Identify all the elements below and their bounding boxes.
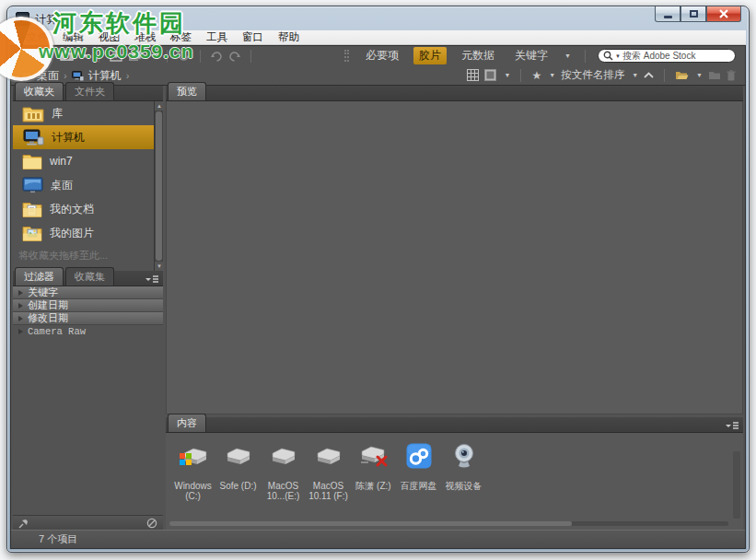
search-input[interactable] [622,51,724,61]
scrollbar-thumb[interactable] [156,111,162,261]
title-bar[interactable]: Br 计算机 [7,6,749,30]
preview-panel: 预览 [166,86,743,414]
tab-collections[interactable]: 收藏集 [65,267,114,286]
tab-preview[interactable]: 预览 [168,82,206,100]
breadcrumb-desktop[interactable]: 桌面 [37,68,59,84]
tab-filter[interactable]: 过滤器 [15,267,64,286]
filter-group-keywords[interactable]: 关键字 [13,286,163,299]
filter-group-date-modified[interactable]: 修改日期 [13,312,163,325]
drive-item-network-z[interactable]: 陈潇 (Z:) [352,440,395,501]
workspace-keywords[interactable]: 关键字 [509,47,553,64]
toolbar-separator [664,69,665,82]
stack-dropdown-arrow[interactable]: ▼ [150,52,157,59]
breadcrumb-separator: › [126,70,130,81]
workspace-grip-handle[interactable] [344,50,349,62]
browse-stack-button[interactable] [128,50,143,62]
close-icon [719,9,728,18]
drive-item-video-device[interactable]: 视频设备 [442,440,485,501]
content-horizontal-scrollbar[interactable] [169,521,728,526]
preview-tabstrip: 预览 [166,86,743,101]
baidu-netdisk-icon [406,443,432,469]
favorites-item-win7[interactable]: win7 [13,149,163,173]
minimize-button[interactable] [655,6,680,22]
breadcrumb-computer[interactable]: 计算机 [88,68,122,84]
computer-crumb-icon [72,71,84,81]
rotate-right-icon[interactable] [228,51,240,62]
open-folder-icon[interactable] [675,70,689,80]
menu-stacks[interactable]: 堆栈 [127,29,163,45]
drive-label: 视频设备 [444,481,484,491]
delete-trash-icon[interactable] [727,70,736,81]
rotate-left-icon[interactable] [211,51,223,62]
panels-area: 收藏夹 文件夹 库 计算机 [11,86,745,530]
search-box: ▼ [598,49,736,63]
workspace-essentials[interactable]: 必要项 [360,47,404,64]
favorites-item-my-pictures[interactable]: 我的图片 [13,221,163,245]
menu-tools[interactable]: 工具 [199,29,235,45]
menu-label[interactable]: 标签 [163,29,199,45]
rating-filter-arrow[interactable]: ▼ [549,72,555,78]
window-controls [655,6,741,22]
workspace-menu-arrow[interactable]: ▼ [564,52,571,59]
favorites-item-computer[interactable]: 计算机 [13,125,163,149]
clear-filter-icon[interactable] [146,518,157,529]
import-button[interactable] [110,50,122,62]
favorites-scrollbar[interactable]: ▲ ▼ [154,101,163,271]
drive-item-baidu-netdisk[interactable]: 百度网盘 [397,440,440,501]
menu-help[interactable]: 帮助 [271,29,307,45]
workspace-filmstrip[interactable]: 胶片 [413,47,447,64]
filter-group-date-created[interactable]: 创建日期 [13,299,163,312]
left-column: 收藏夹 文件夹 库 计算机 [13,86,163,530]
status-bar: 7 个项目 [11,530,745,548]
tab-folders[interactable]: 文件夹 [65,82,114,100]
hdd-icon [270,445,297,467]
content-panel-menu-icon[interactable] [725,421,739,430]
grid-view-icon[interactable] [467,69,479,81]
search-scope-arrow[interactable]: ▼ [615,53,621,59]
view-dropdown-arrow[interactable]: ▼ [504,72,510,78]
close-button[interactable] [706,6,741,22]
favorites-item-libraries[interactable]: 库 [13,101,163,125]
folder-dropdown-arrow[interactable]: ▼ [696,72,703,78]
scroll-up-icon[interactable]: ▲ [155,101,164,111]
drive-item-macos-f[interactable]: MacOS 10.11 (F:) [307,440,350,501]
tab-content[interactable]: 内容 [168,414,206,432]
menu-window[interactable]: 窗口 [235,29,271,45]
toolbar-separator [99,50,99,63]
drive-item-macos-e[interactable]: MacOS 10...(E:) [262,440,305,501]
hdd-windows-icon [178,443,209,469]
items-count: 7 个项目 [39,532,77,546]
scrollbar-thumb[interactable] [169,521,572,526]
disclosure-triangle-icon [18,303,23,309]
filter-panel-menu-icon[interactable] [145,274,159,284]
drive-item-sofe-d[interactable]: Sofe (D:) [216,440,260,501]
filter-group-camera-raw[interactable]: Camera Raw [13,325,163,338]
favorites-item-label: 库 [52,106,63,122]
menu-edit[interactable]: 编辑 [55,29,91,45]
thumbnail-view-icon[interactable] [484,69,496,81]
menu-view[interactable]: 视图 [91,29,127,45]
content-vertical-scrollbar[interactable] [733,451,740,519]
filter-panel: 过滤器 收藏集 关键字 创建日期 [13,271,163,530]
tab-favorites[interactable]: 收藏夹 [15,82,64,100]
desktop-icon [22,177,43,193]
hdd-icon [225,445,252,467]
keep-filter-pin-icon[interactable] [18,519,29,529]
workspace-metadata[interactable]: 元数据 [456,47,500,64]
favorites-item-desktop[interactable]: 桌面 [13,173,163,197]
scroll-down-icon[interactable]: ▼ [155,262,164,271]
sort-ascending-icon[interactable] [644,72,654,78]
sort-order-label[interactable]: 按文件名排序 [561,68,624,82]
documents-folder-icon [22,201,42,217]
sort-dropdown-arrow[interactable]: ▼ [632,72,638,78]
refresh-icon[interactable] [178,50,190,62]
get-photos-from-camera-button[interactable] [59,50,75,62]
menu-file[interactable]: 文件 [19,29,55,45]
camera-dropdown-arrow[interactable]: ▼ [82,52,88,59]
maximize-button[interactable] [680,6,706,22]
drive-item-windows-c[interactable]: Windows (C:) [171,440,215,501]
search-icon [603,51,613,61]
new-folder-icon[interactable] [708,70,721,80]
favorites-item-my-documents[interactable]: 我的文档 [13,197,163,221]
rating-filter-star-icon[interactable]: ★ [531,69,541,82]
